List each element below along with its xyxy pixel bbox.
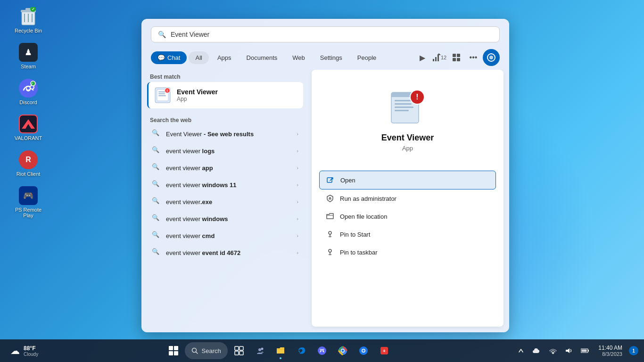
web-result-0[interactable]: 🔍 Event Viewer - See web results › — [147, 125, 303, 142]
action-open-location[interactable]: Open file location — [319, 207, 496, 225]
tab-chat[interactable]: 💬 Chat — [151, 51, 187, 64]
steam-icon: ♟ — [19, 43, 38, 62]
discord-label: Discord — [19, 99, 37, 105]
start-menu: 🔍 💬 Chat All Apps Documents Web Settings… — [141, 19, 509, 332]
steam-label: Steam — [21, 64, 36, 69]
network-tray-icon[interactable] — [546, 344, 560, 357]
edge-button[interactable] — [292, 341, 311, 360]
chevron-6: › — [297, 233, 298, 239]
riot-label: Riot Client — [17, 171, 41, 177]
desktop-icon-riot[interactable]: R Riot Client — [9, 148, 47, 179]
bing-score-button[interactable]: 12 — [432, 50, 447, 65]
web-result-2[interactable]: 🔍 event viewer app › — [147, 159, 303, 176]
web-result-3[interactable]: 🔍 event viewer windows 11 › — [147, 176, 303, 193]
svg-text:R: R — [25, 156, 31, 164]
search-input[interactable] — [171, 31, 493, 38]
svg-line-60 — [196, 352, 198, 354]
chevron-up-tray-icon[interactable] — [514, 344, 528, 357]
chevron-4: › — [297, 199, 298, 205]
weather-widget[interactable]: ☁ 88°F Cloudy — [6, 343, 43, 359]
valorant-icon — [19, 115, 38, 133]
web-result-1[interactable]: 🔍 event viewer logs › — [147, 142, 303, 159]
file-explorer-button[interactable] — [271, 341, 290, 360]
svg-rect-27 — [457, 54, 460, 57]
tab-people[interactable]: People — [351, 51, 383, 64]
tab-all[interactable]: All — [189, 51, 208, 64]
search-taskbar-button[interactable]: Search — [185, 342, 228, 359]
best-match-item[interactable]: ! Event Viewer App — [147, 82, 303, 108]
svg-rect-64 — [239, 351, 243, 355]
chevron-7: › — [297, 250, 298, 255]
chat-icon: 💬 — [157, 54, 165, 61]
web-result-text-1: event viewer logs — [166, 148, 297, 155]
svg-point-68 — [320, 350, 322, 352]
chrome-button[interactable] — [333, 341, 352, 360]
action-open[interactable]: Open — [319, 171, 496, 189]
svg-rect-25 — [438, 55, 439, 61]
run-admin-label: Run as administrator — [340, 195, 396, 202]
web-search-label: Search the web — [147, 112, 303, 125]
web-result-7[interactable]: 🔍 event viewer event id 4672 › — [147, 244, 303, 261]
best-match-label: Best match — [147, 70, 303, 82]
desktop-icon-psremote[interactable]: 🎮 PS Remote Play — [9, 184, 47, 221]
svg-point-67 — [318, 346, 326, 355]
cloud-tray-icon[interactable] — [530, 344, 544, 357]
svg-rect-61 — [235, 346, 239, 350]
svg-text:!: ! — [416, 93, 418, 101]
desktop-icon-recycle-bin[interactable]: ✓ Recycle Bin — [9, 5, 47, 36]
svg-rect-52 — [330, 197, 331, 199]
web-result-5[interactable]: 🔍 event viewer windows › — [147, 210, 303, 227]
desktop-icon-discord[interactable]: ✓ Discord — [9, 76, 47, 107]
svg-rect-44 — [395, 103, 412, 105]
more-button[interactable]: ••• — [466, 50, 481, 65]
chrome-ext-button[interactable] — [354, 341, 373, 360]
web-result-4[interactable]: 🔍 event viewer.exe › — [147, 193, 303, 210]
web-result-text-0: Event Viewer - See web results — [166, 131, 297, 138]
svg-rect-58 — [174, 351, 178, 355]
chevron-5: › — [297, 216, 298, 222]
search-web-icon-0: 🔍 — [152, 129, 161, 139]
tab-web[interactable]: Web — [286, 51, 312, 64]
chevron-1: › — [297, 148, 298, 154]
web-result-6[interactable]: 🔍 event viewer cmd › — [147, 227, 303, 244]
tab-settings[interactable]: Settings — [314, 51, 349, 64]
action-run-admin[interactable]: Run as administrator — [319, 189, 496, 207]
chevron-0: › — [297, 131, 298, 137]
riot-icon: R — [19, 150, 38, 169]
search-bar[interactable]: 🔍 — [151, 26, 500, 42]
tab-apps[interactable]: Apps — [211, 51, 238, 64]
right-panel: ! Event Viewer App Open — [312, 70, 504, 327]
start-button[interactable] — [164, 341, 183, 360]
search-web-icon-4: 🔍 — [152, 197, 161, 206]
clock-date: 8/3/2023 — [602, 351, 622, 357]
app-detail: ! Event Viewer App — [312, 70, 504, 171]
search-bar-icon: 🔍 — [158, 31, 166, 38]
web-result-text-6: event viewer cmd — [166, 232, 297, 239]
battery-tray-icon[interactable] — [578, 344, 592, 357]
tab-documents[interactable]: Documents — [240, 51, 284, 64]
event-viewer-small-icon: ! — [154, 87, 171, 104]
teams-button[interactable] — [250, 341, 269, 360]
notification-badge[interactable]: 1 — [629, 346, 638, 355]
volume-tray-icon[interactable] — [562, 344, 576, 357]
action-pin-taskbar[interactable]: Pin to taskbar — [319, 243, 496, 261]
discord-taskbar-button[interactable] — [313, 341, 331, 360]
app-detail-name: Event Viewer — [381, 133, 434, 143]
svg-point-69 — [322, 350, 324, 352]
desktop-icon-steam[interactable]: ♟ Steam — [9, 41, 47, 72]
clock-widget[interactable]: 11:40 AM 8/3/2023 — [594, 345, 626, 357]
cortana-button[interactable] — [483, 49, 500, 66]
desktop-icon-valorant[interactable]: VALORANT — [9, 112, 47, 143]
task-view-button[interactable] — [230, 341, 248, 360]
content-area: Best match ! Event View — [141, 70, 509, 332]
pin-taskbar-label: Pin to taskbar — [340, 249, 378, 256]
misc-app-button[interactable]: + — [375, 341, 394, 360]
svg-marker-79 — [566, 348, 570, 353]
recycle-bin-icon: ✓ — [19, 7, 38, 26]
action-pin-start[interactable]: Pin to Start — [319, 225, 496, 243]
svg-rect-46 — [395, 110, 409, 111]
web-result-text-4: event viewer.exe — [166, 198, 297, 206]
grid-button[interactable] — [449, 50, 464, 65]
play-button[interactable]: ▶ — [415, 50, 430, 65]
svg-point-14 — [31, 86, 33, 89]
